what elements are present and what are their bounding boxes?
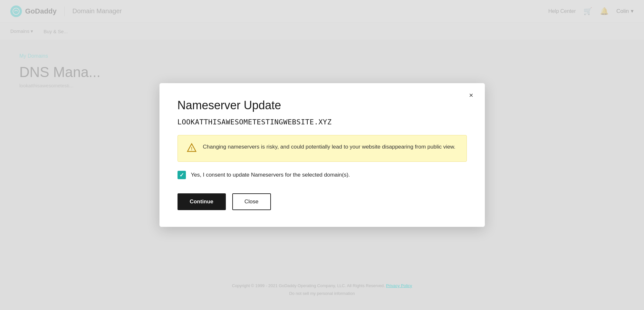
modal-title: Nameserver Update bbox=[178, 99, 467, 112]
consent-row: ✓ Yes, I consent to update Nameservers f… bbox=[178, 171, 467, 179]
consent-checkbox[interactable]: ✓ bbox=[178, 171, 186, 179]
warning-box: ! Changing nameservers is risky, and cou… bbox=[178, 135, 467, 162]
modal-domain: LOOKATTHISAWESOMETESTINGWEBSITE.XYZ bbox=[178, 118, 467, 126]
svg-text:!: ! bbox=[191, 146, 192, 151]
warning-icon: ! bbox=[187, 143, 197, 154]
modal-dialog: × Nameserver Update LOOKATTHISAWESOMETES… bbox=[159, 83, 485, 227]
close-button[interactable]: Close bbox=[232, 193, 271, 210]
warning-text: Changing nameservers is risky, and could… bbox=[203, 142, 456, 151]
consent-label: Yes, I consent to update Nameservers for… bbox=[191, 172, 350, 178]
button-row: Continue Close bbox=[178, 193, 467, 210]
continue-button[interactable]: Continue bbox=[178, 193, 226, 210]
checkmark-icon: ✓ bbox=[179, 172, 184, 179]
modal-close-x-button[interactable]: × bbox=[466, 90, 477, 101]
